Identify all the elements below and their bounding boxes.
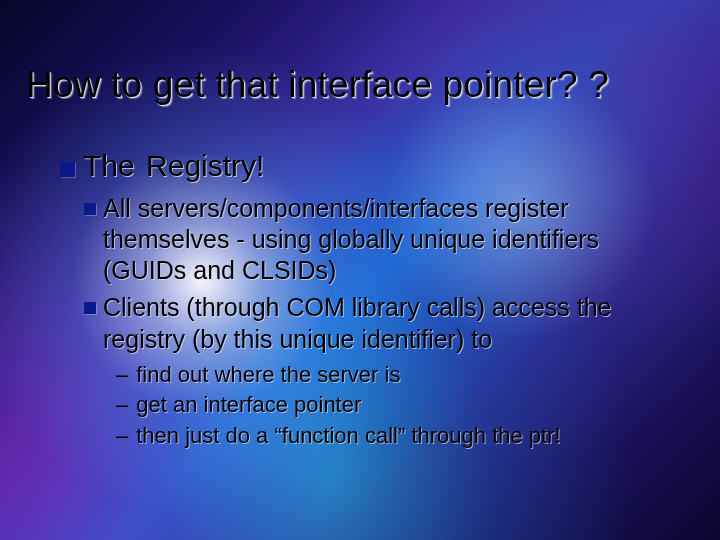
dash-icon: – <box>116 391 128 420</box>
bullet-level3-text: then just do a “function call” through t… <box>136 422 560 451</box>
bullet-level3: – find out where the server is <box>116 361 686 390</box>
dash-icon: – <box>116 361 128 390</box>
bullet-level3: – then just do a “function call” through… <box>116 422 686 451</box>
bullet-level2: All servers/components/interfaces regist… <box>84 193 686 287</box>
slide-body: The Registry! All servers/components/int… <box>60 148 686 453</box>
bullet-level1: The Registry! <box>60 148 686 185</box>
slide: How to get that interface pointer? ? The… <box>0 0 720 540</box>
level3-group: – find out where the server is – get an … <box>116 361 686 451</box>
bullet-level3-text: get an interface pointer <box>136 391 361 420</box>
bullet-level1-text: The Registry! <box>83 148 264 185</box>
bullet-level2-text: Clients (through COM library calls) acce… <box>103 292 686 355</box>
bullet-level2-text: All servers/components/interfaces regist… <box>103 193 686 287</box>
square-bullet-icon <box>60 162 75 177</box>
dash-icon: – <box>116 422 128 451</box>
slide-title: How to get that interface pointer? ? <box>26 64 720 106</box>
square-bullet-icon <box>84 302 96 314</box>
bullet-level3: – get an interface pointer <box>116 391 686 420</box>
bullet-level2: Clients (through COM library calls) acce… <box>84 292 686 355</box>
bullet-level3-text: find out where the server is <box>136 361 400 390</box>
level2-group: All servers/components/interfaces regist… <box>84 193 686 355</box>
square-bullet-icon <box>84 203 96 215</box>
